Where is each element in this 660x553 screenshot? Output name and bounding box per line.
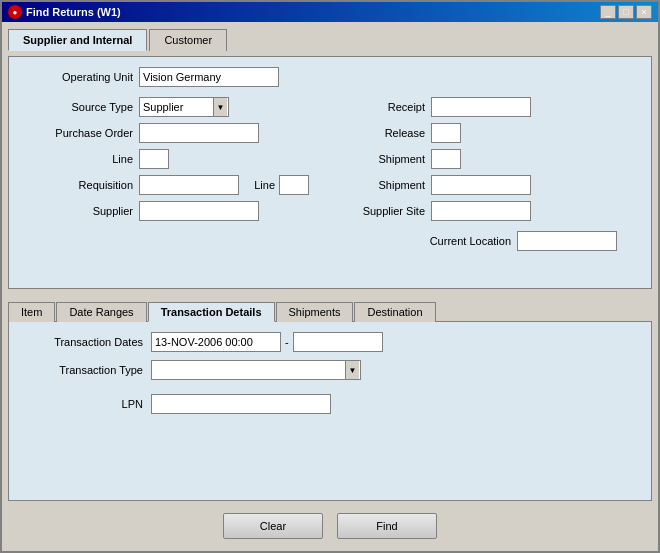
current-location-row: Current Location: [23, 231, 617, 251]
tab-item[interactable]: Item: [8, 302, 55, 322]
tab-shipments[interactable]: Shipments: [276, 302, 354, 322]
requisition-input[interactable]: [139, 175, 239, 195]
tab-supplier-internal[interactable]: Supplier and Internal: [8, 29, 147, 51]
transaction-type-label: Transaction Type: [23, 364, 143, 376]
purchase-order-input[interactable]: [139, 123, 259, 143]
receipt-input[interactable]: [431, 97, 531, 117]
current-location-input[interactable]: [517, 231, 617, 251]
release-label: Release: [335, 127, 425, 139]
transaction-type-dropdown[interactable]: [151, 360, 361, 380]
main-window: ● Find Returns (W1) _ □ × Supplier and I…: [0, 0, 660, 553]
close-button[interactable]: ×: [636, 5, 652, 19]
supplier-site-label: Supplier Site: [335, 205, 425, 217]
purchase-order-label: Purchase Order: [23, 127, 133, 139]
supplier-site-row: Supplier Site: [335, 201, 637, 221]
right-form-col: Receipt Release Shipment S: [335, 97, 637, 227]
operating-unit-label: Operating Unit: [23, 71, 133, 83]
shipment1-row: Shipment: [335, 149, 637, 169]
left-form-col: Source Type Supplier Internal ▼ Purchase…: [23, 97, 325, 227]
line-input[interactable]: [139, 149, 169, 169]
release-input[interactable]: [431, 123, 461, 143]
window-title: Find Returns (W1): [26, 6, 121, 18]
top-tab-bar: Supplier and Internal Customer: [8, 28, 652, 50]
shipment2-row: Shipment: [335, 175, 637, 195]
supplier-input[interactable]: [139, 201, 259, 221]
transaction-dates-to-input[interactable]: [293, 332, 383, 352]
receipt-label: Receipt: [335, 101, 425, 113]
receipt-row: Receipt: [335, 97, 637, 117]
tab-transaction-details[interactable]: Transaction Details: [148, 302, 275, 322]
shipment1-input[interactable]: [431, 149, 461, 169]
bottom-tabs-area: Item Date Ranges Transaction Details Shi…: [8, 301, 652, 501]
operating-unit-input[interactable]: [139, 67, 279, 87]
tab-customer[interactable]: Customer: [149, 29, 227, 51]
title-bar-left: ● Find Returns (W1): [8, 5, 121, 19]
line-label: Line: [23, 153, 133, 165]
find-button[interactable]: Find: [337, 513, 437, 539]
lpn-label: LPN: [23, 398, 143, 410]
transaction-dates-row: Transaction Dates -: [23, 332, 637, 352]
shipment2-input[interactable]: [431, 175, 531, 195]
title-buttons: _ □ ×: [600, 5, 652, 19]
form-two-col: Source Type Supplier Internal ▼ Purchase…: [23, 97, 637, 227]
tab-date-ranges[interactable]: Date Ranges: [56, 302, 146, 322]
transaction-dates-separator: -: [285, 336, 289, 348]
supplier-row: Supplier: [23, 201, 325, 221]
tab-destination[interactable]: Destination: [354, 302, 435, 322]
footer-buttons: Clear Find: [8, 507, 652, 545]
requisition-row: Requisition Line: [23, 175, 325, 195]
req-line-input[interactable]: [279, 175, 309, 195]
purchase-order-row: Purchase Order: [23, 123, 325, 143]
oracle-icon: ●: [8, 5, 22, 19]
title-bar: ● Find Returns (W1) _ □ ×: [2, 2, 658, 22]
shipment1-label: Shipment: [335, 153, 425, 165]
current-location-label: Current Location: [401, 235, 511, 247]
shipment2-label: Shipment: [335, 179, 425, 191]
supplier-site-input[interactable]: [431, 201, 531, 221]
window-body: Supplier and Internal Customer Operating…: [2, 22, 658, 551]
transaction-dates-label: Transaction Dates: [23, 336, 143, 348]
req-line-label: Line: [245, 179, 275, 191]
supplier-label: Supplier: [23, 205, 133, 217]
operating-unit-row: Operating Unit: [23, 67, 637, 87]
source-type-label: Source Type: [23, 101, 133, 113]
source-type-row: Source Type Supplier Internal ▼: [23, 97, 325, 117]
clear-button[interactable]: Clear: [223, 513, 323, 539]
lpn-row: LPN: [23, 394, 637, 414]
line-row: Line: [23, 149, 325, 169]
source-type-dropdown[interactable]: Supplier Internal: [139, 97, 229, 117]
transaction-type-row: Transaction Type ▼: [23, 360, 637, 380]
requisition-label: Requisition: [23, 179, 133, 191]
bottom-tab-bar: Item Date Ranges Transaction Details Shi…: [8, 301, 652, 321]
minimize-button[interactable]: _: [600, 5, 616, 19]
transaction-details-panel: Transaction Dates - Transaction Type ▼: [8, 321, 652, 501]
transaction-dates-from-input[interactable]: [151, 332, 281, 352]
maximize-button[interactable]: □: [618, 5, 634, 19]
release-row: Release: [335, 123, 637, 143]
lpn-input[interactable]: [151, 394, 331, 414]
supplier-internal-panel: Operating Unit Source Type Supplier Inte…: [8, 56, 652, 289]
